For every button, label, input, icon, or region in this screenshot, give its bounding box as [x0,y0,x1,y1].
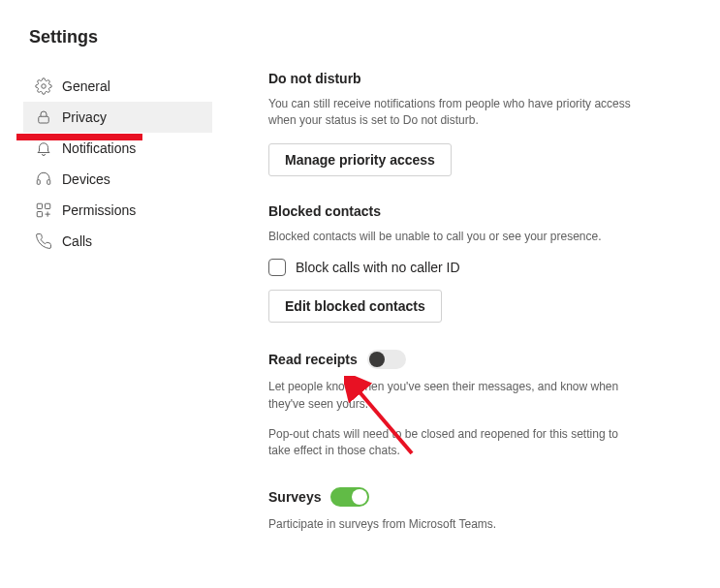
svg-rect-6 [37,212,42,217]
svg-rect-4 [37,203,42,208]
phone-icon [35,232,52,250]
sidebar-item-label: Privacy [62,109,107,125]
surveys-toggle[interactable] [330,487,369,507]
svg-rect-2 [37,180,40,185]
settings-sidebar: General Privacy Notifications Devices [23,71,212,560]
section-do-not-disturb: Do not disturb You can still receive not… [268,71,639,176]
svg-rect-1 [39,116,49,123]
section-title: Surveys [268,487,639,507]
section-title: Do not disturb [268,71,639,86]
sidebar-item-general[interactable]: General [23,71,212,102]
headset-icon [35,170,52,188]
sidebar-item-label: Calls [62,233,92,249]
section-blocked-contacts: Blocked contacts Blocked contacts will b… [268,203,639,323]
sidebar-item-devices[interactable]: Devices [23,164,212,195]
section-title: Blocked contacts [268,203,639,219]
read-receipts-toggle[interactable] [367,350,406,369]
svg-point-0 [42,84,47,89]
section-description: Pop-out chats will need to be closed and… [268,426,639,460]
section-description: Participate in surveys from Microsoft Te… [268,516,639,533]
sidebar-item-label: Devices [62,171,110,187]
sidebar-item-privacy[interactable]: Privacy [23,102,212,133]
apps-icon [35,201,52,219]
bell-icon [35,139,52,157]
annotation-underline [16,134,142,140]
section-title: Read receipts [268,350,639,369]
sidebar-item-label: Notifications [62,140,136,156]
gear-icon [35,77,52,95]
checkbox-box-icon [268,259,286,276]
section-surveys: Surveys Participate in surveys from Micr… [268,487,639,533]
edit-blocked-contacts-button[interactable]: Edit blocked contacts [268,290,442,323]
section-description: Blocked contacts will be unable to call … [268,229,639,245]
sidebar-item-label: General [62,78,110,94]
section-title-text: Read receipts [268,352,358,367]
lock-icon [35,108,52,126]
settings-content: Do not disturb You can still receive not… [212,71,668,560]
page-title: Settings [29,27,720,47]
section-title-text: Surveys [268,489,321,505]
block-no-caller-id-checkbox[interactable]: Block calls with no caller ID [268,259,639,276]
sidebar-item-label: Permissions [62,202,136,218]
checkbox-label: Block calls with no caller ID [296,260,460,275]
manage-priority-access-button[interactable]: Manage priority access [268,143,452,176]
svg-rect-5 [46,203,50,208]
sidebar-item-permissions[interactable]: Permissions [23,195,212,226]
sidebar-item-calls[interactable]: Calls [23,226,212,257]
section-description: You can still receive notifications from… [268,96,639,130]
section-read-receipts: Read receipts Let people know when you'v… [268,350,639,460]
section-description: Let people know when you've seen their m… [268,379,639,413]
svg-rect-3 [47,180,50,185]
